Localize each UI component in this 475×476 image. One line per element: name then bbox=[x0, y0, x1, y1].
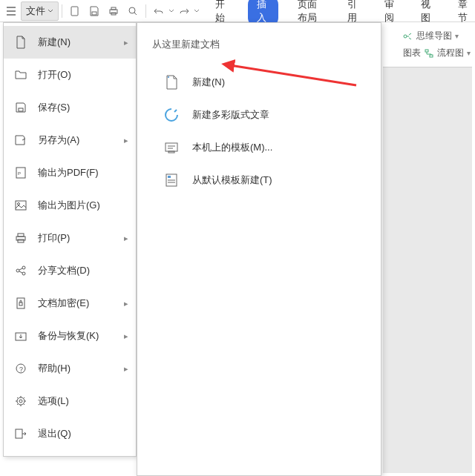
submenu-item-label: 本机上的模板(M)... bbox=[192, 141, 272, 154]
mindmap-label: 思维导图 bbox=[416, 30, 452, 42]
submenu-arrow-icon: ▸ bbox=[124, 299, 128, 308]
menu-item-exit[interactable]: 退出(Q) bbox=[4, 417, 136, 450]
submenu-item-label: 新建多彩版式文章 bbox=[192, 108, 269, 122]
tab-view[interactable]: 视图 bbox=[416, 0, 439, 26]
tab-review[interactable]: 审阅 bbox=[380, 0, 402, 26]
menu-item-label: 保存(S) bbox=[38, 101, 70, 114]
image-icon bbox=[14, 199, 27, 212]
print-icon bbox=[14, 231, 27, 245]
menu-item-open[interactable]: 打开(O) bbox=[4, 59, 136, 91]
flowchart-label: 流程图 bbox=[437, 47, 464, 58]
svg-point-6 bbox=[404, 35, 407, 38]
new-submenu-panel: 从这里新建文档 新建(N) 新建多彩版式文章 本机上的模板(M)... 从默认模… bbox=[137, 22, 381, 476]
menu-item-label: 分享文档(D) bbox=[38, 264, 90, 277]
svg-rect-27 bbox=[16, 429, 22, 438]
menu-item-label: 备份与恢复(K) bbox=[38, 329, 99, 343]
menu-item-save[interactable]: 保存(S) bbox=[4, 91, 136, 124]
svg-text:P: P bbox=[18, 171, 21, 176]
svg-rect-21 bbox=[19, 303, 22, 305]
menu-item-label: 打开(O) bbox=[38, 68, 71, 82]
local-template-icon bbox=[164, 140, 179, 155]
save-icon bbox=[14, 101, 27, 114]
menu-item-label: 文档加密(E) bbox=[38, 297, 89, 310]
mindmap-button[interactable]: 思维导图▾ bbox=[403, 30, 471, 42]
submenu-item-default-template[interactable]: 从默认模板新建(T) bbox=[148, 164, 370, 196]
menu-item-pdf[interactable]: P 输出为PDF(F) bbox=[4, 156, 136, 189]
submenu-arrow-icon: ▸ bbox=[124, 234, 128, 243]
menu-item-new[interactable]: 新建(N) ▸ bbox=[4, 26, 136, 59]
submenu-item-new-blank[interactable]: 新建(N) bbox=[148, 66, 370, 99]
chart-button[interactable]: 图表 bbox=[403, 47, 421, 59]
submenu-arrow-icon: ▸ bbox=[124, 364, 128, 374]
menu-item-image[interactable]: 输出为图片(G) bbox=[4, 189, 136, 222]
submenu-arrow-icon: ▸ bbox=[124, 136, 128, 145]
submenu-item-local-template[interactable]: 本机上的模板(M)... bbox=[148, 131, 370, 164]
submenu-arrow-icon: ▸ bbox=[124, 38, 128, 47]
submenu-item-colorful[interactable]: 新建多彩版式文章 bbox=[148, 99, 370, 131]
submenu-title: 从这里新建文档 bbox=[148, 38, 370, 51]
svg-rect-29 bbox=[166, 143, 177, 151]
svg-rect-7 bbox=[425, 50, 428, 52]
flowchart-button[interactable]: 流程图 bbox=[437, 47, 464, 59]
blank-doc-icon bbox=[164, 75, 179, 90]
menu-item-options[interactable]: 选项(L) bbox=[4, 385, 136, 417]
share-icon bbox=[14, 264, 27, 277]
new-doc-icon bbox=[14, 36, 27, 49]
flowchart-icon bbox=[424, 48, 434, 59]
ribbon-tabs: 开始 插入 页面布局 引用 审阅 视图 章节 bbox=[0, 1, 475, 21]
menu-item-label: 打印(P) bbox=[38, 231, 70, 245]
pdf-icon: P bbox=[14, 166, 27, 179]
svg-point-19 bbox=[22, 272, 25, 275]
menu-item-label: 退出(Q) bbox=[38, 427, 71, 440]
menu-item-help[interactable]: ? 帮助(H) ▸ bbox=[4, 352, 136, 385]
exit-icon bbox=[14, 427, 27, 440]
menu-item-label: 另存为(A) bbox=[38, 133, 79, 147]
right-tools-panel: 思维导图▾ 图表 流程图▾ bbox=[403, 24, 471, 65]
menu-item-saveas[interactable]: 另存为(A) ▸ bbox=[4, 124, 136, 156]
menu-item-label: 帮助(H) bbox=[38, 362, 71, 375]
menu-item-print[interactable]: 打印(P) ▸ bbox=[4, 222, 136, 254]
svg-rect-8 bbox=[430, 55, 433, 57]
menu-item-share[interactable]: 分享文档(D) bbox=[4, 254, 136, 287]
open-icon bbox=[14, 68, 27, 82]
submenu-arrow-icon: ▸ bbox=[124, 331, 128, 341]
tab-chapter[interactable]: 章节 bbox=[453, 0, 476, 26]
svg-rect-32 bbox=[168, 176, 171, 178]
svg-rect-9 bbox=[19, 108, 23, 111]
default-template-icon bbox=[164, 173, 179, 188]
menu-item-label: 输出为PDF(F) bbox=[38, 166, 99, 179]
chart-label: 图表 bbox=[403, 47, 421, 58]
svg-point-17 bbox=[16, 269, 19, 272]
menu-item-backup[interactable]: 备份与恢复(K) ▸ bbox=[4, 320, 136, 352]
svg-point-26 bbox=[19, 400, 22, 403]
menu-item-label: 新建(N) bbox=[38, 36, 71, 49]
svg-point-13 bbox=[18, 203, 20, 205]
colorful-doc-icon bbox=[164, 108, 179, 122]
menu-item-encrypt[interactable]: 文档加密(E) ▸ bbox=[4, 287, 136, 320]
svg-point-18 bbox=[22, 266, 25, 269]
backup-icon bbox=[14, 329, 27, 343]
menu-item-label: 选项(L) bbox=[38, 394, 69, 408]
document-canvas bbox=[383, 67, 472, 473]
submenu-item-label: 新建(N) bbox=[192, 76, 225, 89]
saveas-icon bbox=[14, 133, 27, 147]
menu-item-label: 输出为图片(G) bbox=[38, 199, 100, 212]
svg-rect-20 bbox=[17, 298, 24, 308]
options-icon bbox=[14, 394, 27, 408]
submenu-item-label: 从默认模板新建(T) bbox=[192, 173, 272, 187]
encrypt-icon bbox=[14, 297, 27, 310]
mindmap-icon bbox=[403, 31, 413, 42]
svg-text:?: ? bbox=[19, 366, 23, 373]
svg-rect-12 bbox=[16, 201, 26, 210]
svg-rect-15 bbox=[18, 234, 24, 237]
file-menu-dropdown: 新建(N) ▸ 打开(O) 保存(S) 另存为(A) ▸ P 输出为PDF(F)… bbox=[3, 22, 137, 457]
help-icon: ? bbox=[14, 362, 27, 375]
chart-flowchart-row: 图表 流程图▾ bbox=[403, 47, 471, 59]
svg-rect-30 bbox=[168, 151, 174, 153]
